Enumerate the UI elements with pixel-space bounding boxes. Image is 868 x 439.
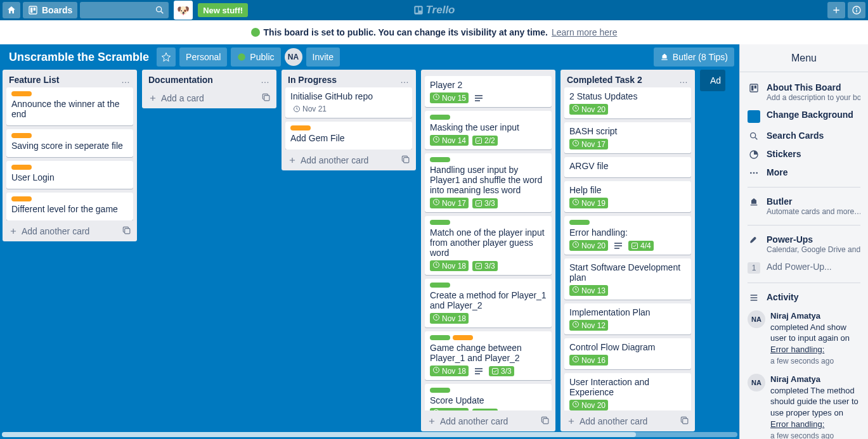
- menu-more[interactable]: More: [740, 163, 868, 182]
- checklist-badge: 3/3: [472, 198, 498, 208]
- label-green[interactable]: [430, 388, 450, 393]
- list-title[interactable]: Completed Task 2: [567, 75, 642, 85]
- invite-button[interactable]: Invite: [306, 48, 340, 67]
- new-stuff-badge[interactable]: New stuff!: [198, 3, 248, 17]
- globe-icon: [237, 53, 246, 61]
- butler-button[interactable]: Butler (8 Tips): [654, 48, 734, 67]
- list-title[interactable]: Feature List: [9, 75, 59, 85]
- list-title[interactable]: In Progress: [288, 75, 337, 85]
- label-orange[interactable]: [11, 133, 32, 138]
- card[interactable]: User Interaction and ExperienceNov 20: [564, 373, 691, 410]
- card[interactable]: ARGV file: [564, 157, 691, 177]
- card[interactable]: Start Software Development planNov 13: [564, 258, 691, 300]
- svg-rect-1: [30, 8, 32, 13]
- board-header: Unscramble the Scramble Personal Public …: [0, 44, 739, 70]
- menu-add-power-up[interactable]: 1 Add Power-Up...: [740, 258, 868, 277]
- team-button[interactable]: Personal: [179, 48, 227, 67]
- list-menu-button[interactable]: …: [400, 75, 410, 85]
- card[interactable]: Saving score in seperate file: [6, 129, 133, 157]
- add-list-button[interactable]: Ad: [700, 70, 725, 91]
- menu-power-ups[interactable]: Power-Ups Calendar, Google Drive and mor…: [740, 231, 868, 258]
- list-menu-button[interactable]: …: [679, 75, 689, 85]
- label-orange[interactable]: [11, 196, 32, 201]
- card[interactable]: BASH scriptNov 17: [564, 122, 691, 153]
- label-orange[interactable]: [453, 335, 473, 340]
- due-badge: Nov 18: [430, 260, 469, 271]
- svg-line-4: [161, 11, 163, 13]
- banner-link[interactable]: Learn more here: [552, 27, 618, 37]
- info-button[interactable]: [848, 2, 865, 18]
- list-title[interactable]: Documentation: [148, 75, 213, 85]
- board-canvas[interactable]: Feature List…Announce the winner at the …: [0, 70, 739, 431]
- menu-change-background[interactable]: Change Background: [740, 106, 868, 127]
- card[interactable]: Error handling:Nov 204/4: [564, 216, 691, 255]
- card-title: Handling user input by Player1 and shuff…: [430, 165, 547, 195]
- card-template-icon[interactable]: [261, 92, 270, 103]
- search-input[interactable]: [80, 2, 169, 18]
- menu-butler[interactable]: Butler Automate cards and more…: [740, 193, 868, 220]
- card[interactable]: Game change between Player_1 and Player_…: [425, 331, 552, 380]
- card[interactable]: Initialise GitHub repoNov 21: [285, 87, 412, 118]
- star-button[interactable]: [157, 48, 176, 67]
- label-green[interactable]: [430, 157, 450, 162]
- card-title: BASH script: [569, 126, 686, 136]
- add-card-button[interactable]: Add another card: [560, 410, 695, 431]
- card-template-icon[interactable]: [401, 155, 410, 165]
- card-title: ARGV file: [569, 161, 686, 171]
- horizontal-scrollbar[interactable]: [2, 432, 737, 437]
- home-button[interactable]: [3, 2, 20, 18]
- add-card-button[interactable]: Add another card: [282, 150, 416, 170]
- card[interactable]: Different level for the game: [6, 193, 133, 220]
- card-template-icon[interactable]: [540, 416, 549, 426]
- card-template-icon[interactable]: [122, 226, 131, 236]
- menu-about-board[interactable]: About This Board Add a description to yo…: [740, 79, 868, 106]
- due-badge: Nov 20: [569, 400, 608, 410]
- butler-icon: [749, 197, 759, 207]
- card[interactable]: Handling user input by Player1 and shuff…: [425, 153, 552, 212]
- description-badge: [472, 94, 485, 102]
- list: Completed Task 2…2 Status UpdatesNov 20B…: [560, 70, 695, 431]
- label-green[interactable]: [430, 115, 450, 120]
- add-card-button[interactable]: Add another card: [3, 220, 137, 241]
- card[interactable]: Implementation PlanNov 12: [564, 303, 691, 334]
- card[interactable]: Add Gem File: [285, 122, 412, 150]
- label-green[interactable]: [430, 283, 450, 288]
- card[interactable]: Masking the user inputNov 142/2: [425, 111, 552, 150]
- svg-rect-13: [125, 229, 130, 234]
- label-orange[interactable]: [11, 165, 32, 170]
- label-green[interactable]: [569, 220, 590, 225]
- avatar[interactable]: NA: [748, 374, 765, 391]
- menu-search-cards[interactable]: Search Cards: [740, 127, 868, 145]
- card-template-icon[interactable]: [680, 416, 689, 426]
- label-orange[interactable]: [11, 91, 32, 96]
- card[interactable]: Create a method for Player_1 and Player_…: [425, 279, 552, 328]
- create-button[interactable]: [827, 2, 845, 18]
- board-title[interactable]: Unscramble the Scramble: [5, 51, 153, 64]
- svg-point-9: [856, 8, 857, 9]
- card[interactable]: Match one of the player input from anoth…: [425, 216, 552, 275]
- description-icon: [614, 243, 622, 249]
- card[interactable]: Announce the winner at the end: [6, 87, 133, 125]
- due-badge: Nov 21: [290, 104, 329, 114]
- add-card-button[interactable]: Add a card: [142, 87, 276, 108]
- card[interactable]: Control Flow DiagramNov 16: [564, 338, 691, 369]
- boards-button[interactable]: Boards: [23, 2, 77, 18]
- label-green[interactable]: [430, 220, 450, 225]
- label-green[interactable]: [430, 335, 450, 340]
- avatar[interactable]: NA: [748, 310, 765, 328]
- menu-stickers[interactable]: Stickers: [740, 145, 868, 163]
- card[interactable]: Help fileNov 19: [564, 181, 691, 212]
- card[interactable]: 2 Status UpdatesNov 20: [564, 87, 691, 118]
- avatar[interactable]: NA: [285, 48, 302, 66]
- card[interactable]: Score UpdateNov 192/2: [425, 384, 552, 410]
- svg-rect-46: [755, 86, 756, 89]
- card-title: Saving score in seperate file: [11, 141, 128, 151]
- list-menu-button[interactable]: …: [261, 75, 270, 85]
- list-menu-button[interactable]: …: [121, 75, 131, 85]
- card[interactable]: User Login: [6, 161, 133, 189]
- public-banner: This board is set to public. You can cha…: [0, 20, 868, 44]
- card[interactable]: Player 2Nov 15: [425, 76, 552, 107]
- label-orange[interactable]: [290, 125, 311, 130]
- add-card-button[interactable]: Add another card: [421, 410, 555, 431]
- visibility-button[interactable]: Public: [231, 48, 280, 67]
